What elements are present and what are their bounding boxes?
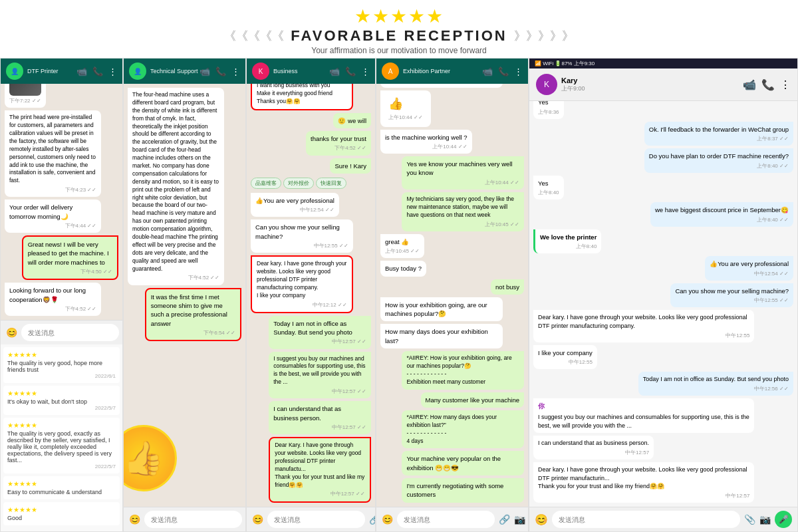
emoji-icon-4[interactable]: 😊 <box>382 514 393 525</box>
msg-text-exhibition-going: How is your exhibition going, are our ma… <box>385 301 498 319</box>
chevrons-left: 《《《《《 <box>224 28 284 44</box>
chat-input-4[interactable] <box>397 511 495 528</box>
msg-plan-order: Do you have plan to order DTF machine re… <box>644 148 793 172</box>
chat-input-5[interactable] <box>552 511 740 528</box>
msg-time-thumbs: 上午10:44 ✓✓ <box>388 114 423 121</box>
review-stars-2: ★★★★★ <box>7 390 116 397</box>
chat-name-3: Business <box>273 68 298 74</box>
menu-icon-1[interactable]: ⋮ <box>108 66 117 76</box>
msg-text-aiirey-popular: *AIIREY: How is your exhibition going, a… <box>406 354 519 386</box>
msg-time-preinstall: 下午4:23 ✓✓ <box>9 186 96 194</box>
video-icon-2[interactable]: 📹 <box>200 66 210 76</box>
review-item-2: ★★★★★ It's okay to wait, but don't stop … <box>3 386 120 415</box>
msg-text-many-customer: Many customer like your machine <box>426 396 520 404</box>
msg-text-busy: Busy today ? <box>385 264 422 273</box>
phone-icon-2[interactable]: 📞 <box>215 66 226 76</box>
msg-text-1stshipment: This is 1st shipment your company and ou… <box>257 84 347 106</box>
attach-icon-5[interactable]: 📎 <box>744 514 755 525</box>
emoji-icon-2[interactable]: 😊 <box>129 514 140 525</box>
video-icon-3[interactable]: 📹 <box>329 66 340 76</box>
msg-text-very-professional: 👍You are very professional <box>255 196 334 205</box>
chat-messages-3: Ok ok This is 1st shipment your company … <box>247 84 375 507</box>
quick-reply-3[interactable]: 快速回复 <box>316 178 346 189</box>
chat-header-icons-3: 📹 📞 ⋮ <box>329 66 370 76</box>
chat-name-4: Exhibition Partner <box>403 68 450 74</box>
phone-icon-3[interactable]: 📞 <box>345 66 356 76</box>
msg-text-cooperation: Looking forward to our long cooperation🦁… <box>9 286 96 304</box>
menu-icon-2[interactable]: ⋮ <box>231 66 240 76</box>
msg-text-discount: we have biggest discount price in Septem… <box>655 205 789 214</box>
chat-header-left-2: 👤 Technical Support <box>129 63 198 80</box>
msg-text-great-news: Great news! I will be very pleased to ge… <box>28 240 112 267</box>
msg-ni-suggest: 你 I suggest you buy our machines and con… <box>533 398 754 433</box>
video-icon-4[interactable]: 📹 <box>482 66 493 76</box>
review-text-2: It's okay to wait, but don't stop <box>7 398 116 405</box>
msg-not-office-r: Today I am not in office as Sunday. But … <box>638 372 793 396</box>
panel-reviews-chat: 👤 DTF Printer 📹 📞 ⋮ 🖨️ 下午7:22 ✓✓ The pri… <box>0 58 123 532</box>
msg-text-like-company-r: I like your company <box>538 348 593 357</box>
emoji-btn-5[interactable]: 😊 <box>535 513 548 526</box>
chat-input-2[interactable] <box>144 511 242 528</box>
msg-install-yourself: wow , you install yourself without any o… <box>380 84 503 88</box>
msg-text-understand-r: I can understand that as business person… <box>538 439 649 448</box>
msg-show-selling: Can you show me your selling machine? 中午… <box>670 283 793 307</box>
msg-text-show-machine: Can you show me your selling machine? <box>255 223 348 241</box>
msg-not-office: Today I am not in office as Sunday. But … <box>269 316 371 349</box>
msg-preinstall: The print head were pre-installed for cu… <box>5 110 101 197</box>
mic-btn-5[interactable]: 🎤 <box>775 511 792 528</box>
msg-delivery: Your order will delivery tomorrow mornin… <box>5 200 101 233</box>
msg-time-professional: 中午12:54 ✓✓ <box>255 206 334 213</box>
msg-time-dear-kary-r: 中午12:55 <box>538 332 749 339</box>
contact-name-5: Kary <box>561 76 585 84</box>
msg-time-dear-kary: 中午12:12 ✓✓ <box>257 301 347 309</box>
image-content-1: 🖨️ <box>9 84 41 96</box>
msg-time-img: 下午7:22 ✓✓ <box>9 97 41 104</box>
msg-trust-friend-r: Dear kary. I have gone through your webs… <box>533 462 754 503</box>
phone-icon-4[interactable]: 📞 <box>498 66 509 76</box>
msg-time-working: 上午10:44 ✓✓ <box>385 143 467 150</box>
msg-text-not-busy: not busy <box>495 283 519 291</box>
review-stars-3: ★★★★★ <box>7 422 116 429</box>
chat-header-4: A Exhibition Partner 📹 📞 ⋮ <box>376 59 528 84</box>
chat-header-1: 👤 DTF Printer 📹 📞 ⋮ <box>1 59 122 84</box>
chat-name-2: Technical Support <box>150 68 198 74</box>
link-icon-4[interactable]: 🔗 <box>499 514 510 525</box>
avatar-3: K <box>252 63 269 80</box>
video-icon-1[interactable]: 📹 <box>76 66 87 76</box>
chat-header-icons-5: 📹 📞 ⋮ <box>743 78 791 91</box>
review-date-1: 2022/6/1 <box>7 373 116 379</box>
menu-icon-5[interactable]: ⋮ <box>780 78 791 91</box>
reviews-section: ★★★★★ The quality is very good, hope mor… <box>1 344 122 531</box>
msg-thanks-trust: thanks for your trust 下午4:52 ✓✓ <box>306 131 371 155</box>
chat-input-3[interactable] <box>267 511 365 528</box>
quick-reply-1[interactable]: 品嘉维客 <box>251 178 281 189</box>
attach-icon-1[interactable]: 😊 <box>6 327 17 338</box>
msg-text-feedback: Ok. I'll feedback to the forwarder in We… <box>649 125 789 134</box>
msg-time-understand: 中午12:57 ✓✓ <box>273 424 366 431</box>
emoji-icon-3[interactable]: 😊 <box>252 514 263 525</box>
quick-reply-2[interactable]: 对外报价 <box>283 178 314 189</box>
msg-working-well: is the machine working well ? 上午10:44 ✓✓ <box>380 130 472 154</box>
phone-icon-5[interactable]: 📞 <box>761 78 775 91</box>
menu-icon-3[interactable]: ⋮ <box>361 66 370 76</box>
chat-input-1[interactable] <box>21 324 119 341</box>
msg-text-yes-2: Yes <box>538 179 559 188</box>
camera-icon-5[interactable]: 📷 <box>759 514 771 525</box>
chat-input-bar-5: 😊 📎 📷 🎤 <box>529 507 797 531</box>
menu-icon-4[interactable]: ⋮ <box>514 66 523 76</box>
status-time: 📶 WiFi 🔋87% 上午9:30 <box>535 60 595 67</box>
review-text-3: The quality is very good, exactly as des… <box>7 430 116 464</box>
msg-1stshipment: This is 1st shipment your company and ou… <box>251 84 353 110</box>
msg-text-popular-exhibition: Your machine very popular on the exhibit… <box>406 454 519 472</box>
msg-understand-r: I can understand that as business person… <box>533 436 654 460</box>
camera-icon-4[interactable]: 📷 <box>514 514 525 525</box>
msg-text-firsttime: It was the first time I met someone shim… <box>151 293 235 328</box>
msg-yes-1: Yes 上午8:36 <box>533 101 564 119</box>
msg-text-trust-friend: Dear Kary. I have gone through your webs… <box>275 442 365 489</box>
video-icon-5[interactable]: 📹 <box>743 78 756 91</box>
link-icon-3[interactable]: 🔗 <box>369 514 376 525</box>
review-text-4: Easy to communicate & understand <box>7 489 116 495</box>
msg-trust-friend: Dear Kary. I have gone through your webs… <box>269 437 371 503</box>
phone-icon-1[interactable]: 📞 <box>92 66 103 76</box>
msg-text-know-machines: Yes we know your machines very well you … <box>406 160 519 178</box>
